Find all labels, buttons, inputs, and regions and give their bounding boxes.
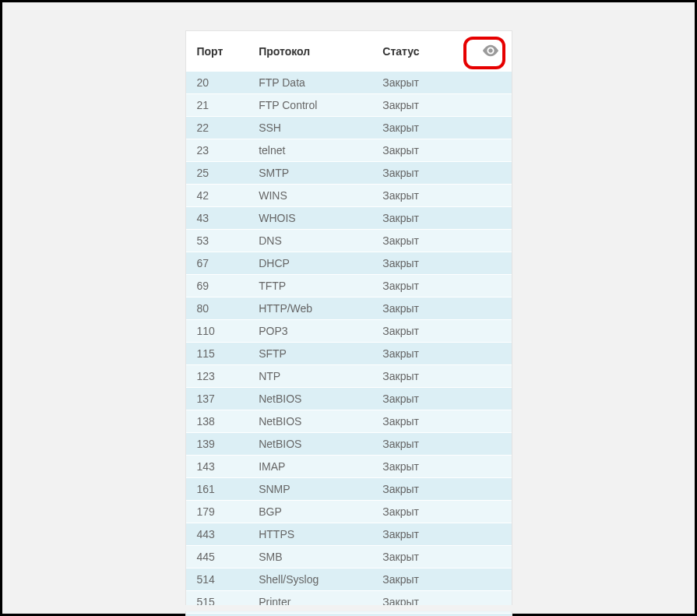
cell-port: 143: [186, 456, 248, 478]
cell-visibility: [465, 410, 512, 433]
cell-visibility: [465, 343, 512, 365]
header-status: Статус: [371, 31, 464, 72]
cell-visibility: [465, 275, 512, 297]
cell-protocol: POP3: [248, 320, 371, 343]
table-row: 20FTP DataЗакрыт: [186, 72, 512, 94]
header-protocol: Протокол: [248, 31, 371, 72]
cell-port: 514: [186, 568, 248, 591]
cell-visibility: [465, 478, 512, 501]
cell-status: Закрыт: [371, 139, 464, 162]
cell-status: Закрыт: [371, 230, 464, 252]
cell-status: Закрыт: [371, 343, 464, 365]
cell-visibility: [465, 320, 512, 343]
cell-port: 137: [186, 388, 248, 410]
cell-protocol: HTTPS: [248, 523, 371, 546]
cell-protocol: IMAP: [248, 456, 371, 478]
cell-status: Закрыт: [371, 297, 464, 320]
cell-protocol: TFTP: [248, 275, 371, 297]
cell-status: Закрыт: [371, 456, 464, 478]
visibility-toggle-button[interactable]: [476, 43, 505, 58]
cell-protocol: SMB: [248, 546, 371, 568]
table-row: 23telnetЗакрыт: [186, 139, 512, 162]
cell-protocol: NetBIOS: [248, 433, 371, 456]
cell-protocol: DNS: [248, 230, 371, 252]
cell-status: Закрыт: [371, 207, 464, 230]
cell-status: Закрыт: [371, 320, 464, 343]
app-frame: Порт Протокол Статус 20FTP DataЗакрыт21F…: [0, 0, 697, 616]
cell-status: Закрыт: [371, 433, 464, 456]
cell-protocol: DHCP: [248, 252, 371, 275]
table-row: 143IMAPЗакрыт: [186, 456, 512, 478]
header-port: Порт: [186, 31, 248, 72]
cell-status: Закрыт: [371, 162, 464, 185]
cell-visibility: [465, 207, 512, 230]
cell-port: 67: [186, 252, 248, 275]
cell-port: 42: [186, 185, 248, 207]
cell-status: Закрыт: [371, 523, 464, 546]
cell-protocol: NetBIOS: [248, 410, 371, 433]
cell-port: 139: [186, 433, 248, 456]
table-row: 179BGPЗакрыт: [186, 501, 512, 523]
table-row: 137NetBIOSЗакрыт: [186, 388, 512, 410]
cell-port: 80: [186, 297, 248, 320]
cell-status: Закрыт: [371, 275, 464, 297]
bottom-fade: [5, 605, 692, 611]
cell-protocol: SSH: [248, 117, 371, 139]
cell-protocol: SFTP: [248, 343, 371, 365]
cell-protocol: BGP: [248, 501, 371, 523]
cell-visibility: [465, 297, 512, 320]
cell-port: 43: [186, 207, 248, 230]
cell-protocol: Shell/Syslog: [248, 568, 371, 591]
cell-visibility: [465, 546, 512, 568]
header-visibility: [465, 31, 512, 72]
cell-port: 123: [186, 365, 248, 388]
table-row: 123NTPЗакрыт: [186, 365, 512, 388]
cell-visibility: [465, 365, 512, 388]
cell-protocol: HTTP/Web: [248, 297, 371, 320]
table-row: 21FTP ControlЗакрыт: [186, 94, 512, 117]
cell-protocol: WINS: [248, 185, 371, 207]
cell-port: 443: [186, 523, 248, 546]
cell-port: 993: [186, 614, 248, 617]
cell-status: Закрыт: [371, 185, 464, 207]
cell-protocol: WHOIS: [248, 207, 371, 230]
port-table-container: Порт Протокол Статус 20FTP DataЗакрыт21F…: [185, 30, 512, 616]
cell-port: 20: [186, 72, 248, 94]
table-row: 80HTTP/WebЗакрыт: [186, 297, 512, 320]
table-row: 445SMBЗакрыт: [186, 546, 512, 568]
cell-port: 110: [186, 320, 248, 343]
cell-port: 25: [186, 162, 248, 185]
cell-status: Закрыт: [371, 94, 464, 117]
cell-port: 22: [186, 117, 248, 139]
table-row: 110POP3Закрыт: [186, 320, 512, 343]
table-row: 42WINSЗакрыт: [186, 185, 512, 207]
table-row: 514Shell/SyslogЗакрыт: [186, 568, 512, 591]
cell-status: Закрыт: [371, 501, 464, 523]
cell-protocol: NetBIOS: [248, 388, 371, 410]
table-row: 69TFTPЗакрыт: [186, 275, 512, 297]
cell-port: 161: [186, 478, 248, 501]
table-row: 138NetBIOSЗакрыт: [186, 410, 512, 433]
cell-port: 53: [186, 230, 248, 252]
cell-port: 445: [186, 546, 248, 568]
port-status-table: Порт Протокол Статус 20FTP DataЗакрыт21F…: [186, 31, 512, 616]
cell-status: Закрыт: [371, 72, 464, 94]
cell-port: 23: [186, 139, 248, 162]
cell-visibility: [465, 94, 512, 117]
cell-status: Закрыт: [371, 568, 464, 591]
cell-status: Закрыт: [371, 546, 464, 568]
cell-status: Закрыт: [371, 478, 464, 501]
cell-visibility: [465, 252, 512, 275]
table-body: 20FTP DataЗакрыт21FTP ControlЗакрыт22SSH…: [186, 72, 512, 617]
cell-visibility: [465, 139, 512, 162]
cell-status: Закрыт: [371, 365, 464, 388]
cell-port: 179: [186, 501, 248, 523]
table-row: 993IMAP SSLЗакрыт: [186, 614, 512, 617]
cell-visibility: [465, 614, 512, 617]
cell-status: Закрыт: [371, 388, 464, 410]
cell-visibility: [465, 501, 512, 523]
table-row: 25SMTPЗакрыт: [186, 162, 512, 185]
cell-status: Закрыт: [371, 614, 464, 617]
cell-protocol: SNMP: [248, 478, 371, 501]
eye-icon: [482, 44, 499, 57]
